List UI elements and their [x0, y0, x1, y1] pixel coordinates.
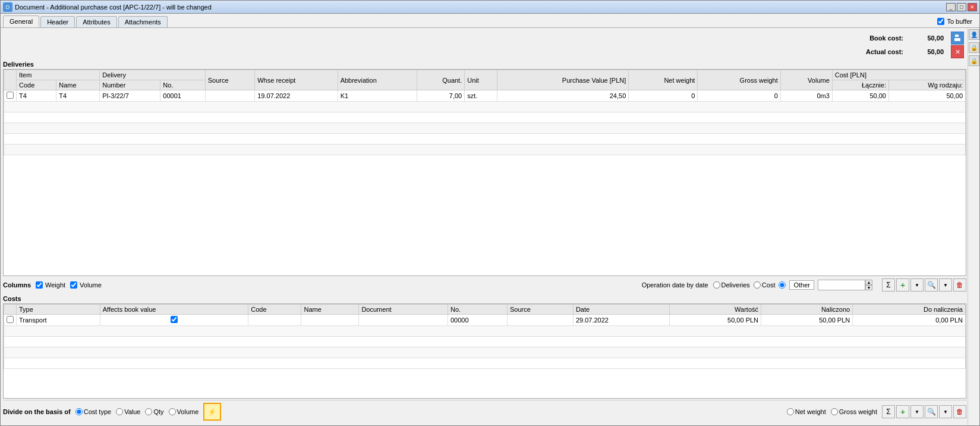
radio-group-operation: Deliveries Cost Other ▲ ▼ [713, 280, 872, 290]
delivery-no: 00001 [160, 90, 205, 102]
radio-value-label: Value [116, 408, 140, 415]
costs-sum-button[interactable]: Σ [882, 405, 895, 418]
costs-table: Type Affects book value Code Name Docume… [4, 304, 966, 369]
radio-volume[interactable] [169, 408, 176, 415]
book-cost-label: Book cost: [869, 35, 903, 42]
add-button[interactable]: + [896, 278, 909, 292]
user-icon[interactable]: 👤 [969, 29, 979, 40]
weight-checkbox[interactable] [36, 281, 43, 289]
th-cost-pln: Cost [PLN] [832, 70, 965, 80]
tab-attributes[interactable]: Attributes [76, 16, 116, 27]
qty-radio-label: Qty [153, 408, 163, 415]
th-unit: Unit [465, 70, 497, 90]
close-button[interactable]: ✕ [968, 3, 977, 11]
th-naliczono: Naliczono [761, 305, 853, 315]
th-cost-name: Name [301, 305, 359, 315]
delivery-empty-row-5 [4, 145, 966, 155]
to-buffer-label: To buffer [947, 18, 972, 25]
title-bar: D Document - Additional purchase cost [A… [1, 1, 979, 14]
delivery-wg-rodzaju: 50,00 [888, 90, 965, 102]
radio-cost[interactable] [754, 281, 761, 289]
costs-toolbar: Σ + ▼ 🔍 ▼ 🗑 [882, 405, 966, 418]
costs-search-dropdown[interactable]: ▼ [939, 405, 952, 418]
th-cost-document: Document [359, 305, 448, 315]
delivery-number: PI-3/22/7 [100, 90, 160, 102]
costs-delete-button[interactable]: 🗑 [953, 405, 966, 418]
th-do-naliczenia: Do naliczenia [853, 305, 966, 315]
radio-gross-weight[interactable] [831, 408, 838, 415]
delivery-name: T4 [56, 90, 100, 102]
delivery-net-weight: 0 [629, 90, 698, 102]
radio-net-weight[interactable] [787, 408, 794, 415]
actual-cost-label: Actual cost: [866, 48, 903, 55]
cost-row-checkbox[interactable] [7, 316, 14, 323]
sum-button[interactable]: Σ [882, 278, 895, 292]
add-dropdown[interactable]: ▼ [910, 278, 924, 292]
lock-icon[interactable]: 🔒 [969, 42, 979, 53]
delivery-abbreviation: K1 [338, 90, 417, 102]
radio-qty[interactable] [145, 408, 152, 415]
cost-code [248, 315, 301, 326]
radio-deliveries-label: Deliveries [713, 281, 750, 289]
th-quant: Quant. [417, 70, 465, 90]
minimize-button[interactable]: _ [946, 3, 956, 11]
tab-attachments[interactable]: Attachments [118, 16, 168, 27]
volume-checkbox[interactable] [70, 281, 77, 289]
th-lacznie: Łącznie: [832, 80, 888, 90]
spin-down[interactable]: ▼ [865, 285, 872, 290]
tab-general[interactable]: General [3, 15, 39, 27]
delivery-row-checkbox[interactable] [7, 92, 14, 99]
costs-add-button[interactable]: + [896, 405, 909, 418]
search-dropdown[interactable]: ▼ [939, 278, 952, 292]
value-radio-label: Value [124, 408, 140, 415]
radio-other[interactable] [779, 281, 786, 289]
th-delivery-number: Number [100, 80, 160, 90]
weight-label: Weight [45, 281, 65, 289]
right-sidebar: 👤 🔒 🔒 [968, 28, 979, 425]
lock2-icon[interactable]: 🔒 [969, 55, 979, 66]
radio-cost-type[interactable] [75, 408, 83, 415]
search-button[interactable]: 🔍 [925, 278, 938, 292]
costs-search-button[interactable]: 🔍 [925, 405, 938, 418]
cancel-button[interactable]: ✕ [951, 45, 964, 58]
delivery-whse-receipt: 19.07.2022 [255, 90, 338, 102]
cost-type-radio-label: Cost type [84, 408, 111, 415]
cost-wartosc: 50,00 PLN [669, 315, 761, 326]
cost-name [301, 315, 359, 326]
delivery-empty-row-2 [4, 112, 966, 123]
costs-section: Costs Type Affects book value Code Name … [3, 294, 966, 399]
volume-radio-label: Volume [177, 408, 199, 415]
cost-no: 00000 [448, 315, 507, 326]
th-cost-type: Type [17, 305, 100, 315]
costs-table-container: Type Affects book value Code Name Docume… [3, 303, 966, 399]
to-buffer-checkbox[interactable] [937, 18, 944, 25]
cost-document [359, 315, 448, 326]
date-input[interactable] [818, 280, 865, 290]
maximize-button[interactable]: □ [957, 3, 966, 11]
delivery-empty-row-3 [4, 123, 966, 134]
th-cost-no: No. [448, 305, 507, 315]
th-cost-date: Date [573, 305, 669, 315]
th-affects-book-value: Affects book value [100, 305, 248, 315]
delivery-row[interactable]: T4 T4 PI-3/22/7 00001 19.07.2022 K1 7,00… [4, 90, 966, 102]
spin-up[interactable]: ▲ [865, 280, 872, 285]
radio-deliveries[interactable] [713, 281, 720, 289]
radio-volume-label: Volume [169, 408, 199, 415]
save-button[interactable] [951, 32, 964, 45]
th-cost-code: Code [248, 305, 301, 315]
net-weight-radio-label: Net weight [795, 408, 826, 415]
delivery-gross-weight: 0 [698, 90, 780, 102]
costs-add-dropdown[interactable]: ▼ [910, 405, 924, 418]
th-purchase-value: Purchase Value [PLN] [497, 70, 629, 90]
th-wg-rodzaju: Wg rodzaju: [888, 80, 965, 90]
cost-source [508, 315, 573, 326]
operation-date-label: Operation date by date [642, 281, 708, 289]
radio-value[interactable] [116, 408, 123, 415]
delivery-lacznie: 50,00 [832, 90, 888, 102]
lightning-button[interactable]: ⚡ [203, 403, 221, 421]
cost-row[interactable]: Transport 00000 29.07.2022 50,00 PLN 50,… [4, 315, 966, 326]
other-button[interactable]: Other [789, 280, 814, 290]
delete-button[interactable]: 🗑 [953, 278, 966, 292]
delivery-volume: 0m3 [780, 90, 832, 102]
tab-header[interactable]: Header [40, 16, 75, 27]
